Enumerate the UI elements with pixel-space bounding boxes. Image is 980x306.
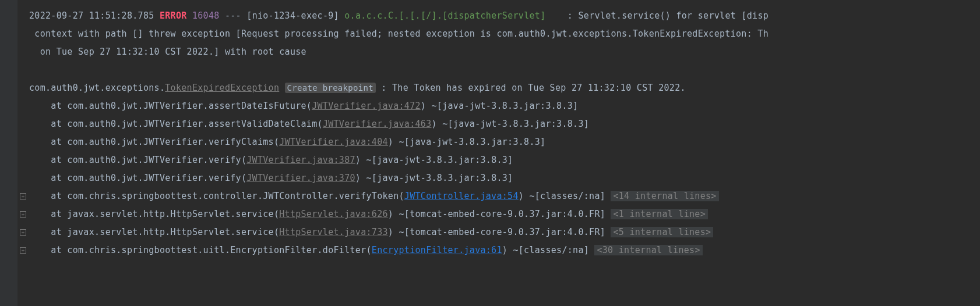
internal-lines-fold[interactable]: <5 internal lines> <box>611 227 713 237</box>
stack-suffix: ) ~[java-jwt-3.8.3.jar:3.8.3] <box>355 173 513 183</box>
log-line: 2022-09-27 11:51:28.785 ERROR 16048 --- … <box>29 7 980 25</box>
expand-icon[interactable]: + <box>20 229 26 236</box>
log-line-wrap: context with path [] threw exception [Re… <box>29 25 980 43</box>
stack-suffix: ) ~[java-jwt-3.8.3.jar:3.8.3] <box>355 155 513 165</box>
expand-icon[interactable]: + <box>20 193 26 200</box>
internal-lines-fold[interactable]: <30 internal lines> <box>594 245 702 255</box>
stack-frame: at com.auth0.jwt.JWTVerifier.verify(JWTV… <box>29 151 980 169</box>
stack-prefix: at com.auth0.jwt.JWTVerifier.verify( <box>29 155 246 165</box>
source-link[interactable]: JWTVerifier.java:387 <box>246 155 355 165</box>
create-breakpoint-button[interactable]: Create breakpoint <box>285 83 376 93</box>
internal-lines-fold[interactable]: <1 internal line> <box>611 209 708 219</box>
exception-class-prefix: com.auth0.jwt.exceptions. <box>29 83 165 93</box>
expand-icon[interactable]: + <box>20 247 26 254</box>
log-message: : Servlet.service() for servlet [disp <box>567 10 769 21</box>
stack-suffix: ) ~[java-jwt-3.8.3.jar:3.8.3] <box>388 137 546 147</box>
source-link[interactable]: JWTVerifier.java:370 <box>246 173 355 183</box>
stack-frame: at com.chris.springboottest.controller.J… <box>29 187 980 205</box>
exception-class-link[interactable]: TokenExpiredException <box>165 83 279 93</box>
stack-prefix: at javax.servlet.http.HttpServlet.servic… <box>29 227 279 237</box>
stack-frame: at com.auth0.jwt.JWTVerifier.verify(JWTV… <box>29 169 980 187</box>
exception-line: com.auth0.jwt.exceptions.TokenExpiredExc… <box>29 79 980 97</box>
stack-frame: at javax.servlet.http.HttpServlet.servic… <box>29 223 980 241</box>
source-link[interactable]: HttpServlet.java:626 <box>279 209 388 219</box>
source-link[interactable]: JWTVerifier.java:463 <box>323 119 432 129</box>
stack-suffix: ) ~[tomcat-embed-core-9.0.37.jar:4.0.FR] <box>388 209 611 219</box>
gutter <box>0 0 17 306</box>
stack-suffix: ) ~[java-jwt-3.8.3.jar:3.8.3] <box>421 101 579 111</box>
stack-suffix: ) ~[tomcat-embed-core-9.0.37.jar:4.0.FR] <box>388 227 611 237</box>
pid: 16048 <box>192 10 220 21</box>
stack-frame: at com.auth0.jwt.JWTVerifier.verifyClaim… <box>29 133 980 151</box>
expand-icon[interactable]: + <box>20 211 26 218</box>
stack-prefix: at com.auth0.jwt.JWTVerifier.assertValid… <box>29 119 323 129</box>
log-line-wrap: on Tue Sep 27 11:32:10 CST 2022.] with r… <box>29 43 980 61</box>
timestamp: 2022-09-27 11:51:28.785 <box>29 10 154 21</box>
log-level: ERROR <box>160 10 187 21</box>
blank-line <box>29 61 980 79</box>
stack-frame: at javax.servlet.http.HttpServlet.servic… <box>29 205 980 223</box>
stack-prefix: at com.auth0.jwt.JWTVerifier.assertDateI… <box>29 101 312 111</box>
source-link[interactable]: EncryptionFilter.java:61 <box>372 245 502 255</box>
stack-suffix: ) ~[classes/:na] <box>502 245 595 255</box>
stack-prefix: at com.auth0.jwt.JWTVerifier.verify( <box>29 173 246 183</box>
stack-prefix: at javax.servlet.http.HttpServlet.servic… <box>29 209 279 219</box>
source-link[interactable]: JWTController.java:54 <box>404 191 519 201</box>
stack-prefix: at com.chris.springboottest.controller.J… <box>29 191 404 201</box>
thread: [nio-1234-exec-9] <box>246 10 339 21</box>
separator: --- <box>225 10 241 21</box>
logger: o.a.c.c.C.[.[.[/].[dispatcherServlet] <box>344 10 545 21</box>
stack-frame: at com.chris.springboottest.uitl.Encrypt… <box>29 241 980 259</box>
stack-frame: at com.auth0.jwt.JWTVerifier.assertValid… <box>29 115 980 133</box>
source-link[interactable]: JWTVerifier.java:404 <box>279 137 388 147</box>
console-output: 2022-09-27 11:51:28.785 ERROR 16048 --- … <box>29 7 980 259</box>
stack-suffix: ) ~[java-jwt-3.8.3.jar:3.8.3] <box>432 119 590 129</box>
source-link[interactable]: HttpServlet.java:733 <box>279 227 388 237</box>
internal-lines-fold[interactable]: <14 internal lines> <box>611 191 718 201</box>
stack-frame: at com.auth0.jwt.JWTVerifier.assertDateI… <box>29 97 980 115</box>
exception-message: : The Token has expired on Tue Sep 27 11… <box>381 83 686 93</box>
source-link[interactable]: JWTVerifier.java:472 <box>312 101 421 111</box>
stack-prefix: at com.auth0.jwt.JWTVerifier.verifyClaim… <box>29 137 279 147</box>
stack-prefix: at com.chris.springboottest.uitl.Encrypt… <box>29 245 372 255</box>
stack-suffix: ) ~[classes/:na] <box>519 191 611 201</box>
